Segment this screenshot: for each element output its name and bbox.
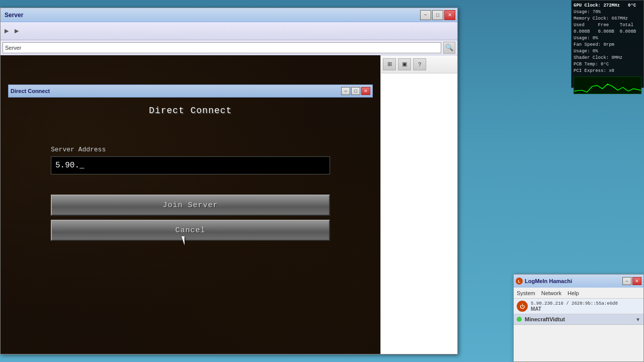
main-toolbar: ▶ ▶ [1, 22, 457, 40]
hamachi-titlebar-buttons: − ✕ [622, 277, 641, 285]
gpu-monitor: GPU Clock: 272MHz 0°C Usage: 70% Memory … [571, 0, 644, 88]
hamachi-user-row: ⏻ 5.90.230.216 / 2620:9b::55a:e6d8 MAT [514, 299, 643, 314]
shader-clock-line: Shader Clock: 0MHz [574, 55, 641, 61]
close-button[interactable]: ✕ [444, 10, 455, 20]
split-icon: ▣ [402, 61, 407, 67]
main-window-title: Server [3, 12, 23, 19]
hamachi-user-info: 5.90.230.216 / 2620:9b::55a:e6d8 MAT [531, 301, 640, 312]
server-address-label: Server Address [51, 146, 106, 153]
expand-icon: ▼ [635, 317, 640, 322]
hamachi-network-menu[interactable]: Network [540, 290, 562, 296]
hamachi-window: L LogMeIn Hamachi − ✕ System Network Hel… [513, 274, 644, 362]
inner-close-button[interactable]: ✕ [361, 87, 370, 95]
inner-minimize-button[interactable]: − [341, 87, 350, 95]
hamachi-logo-icon: L [516, 278, 523, 285]
dialog-buttons: Join Server Cancel [51, 195, 330, 241]
split-view-button[interactable]: ▣ [398, 58, 411, 70]
inner-maximize-button[interactable]: □ [351, 87, 360, 95]
hamachi-network-row[interactable]: MinecraftVidtut ▼ [514, 314, 643, 325]
memory-header-line: Used Free Total [574, 22, 641, 29]
hamachi-ip-address: 5.90.230.216 / 2620:9b::55a:e6d8 [531, 301, 640, 306]
toolbar-text: ▶ [3, 28, 11, 34]
memory-values-line: 0.008B 0.008B 0.008B [574, 29, 641, 35]
pci-line: PCI Express: x0 [574, 68, 641, 74]
right-panel-toolbar: ⊞ ▣ ? [381, 55, 457, 73]
maximize-button[interactable]: □ [432, 10, 443, 20]
server-address-container [51, 156, 330, 174]
memory-usage-line: Usage: 0% [574, 35, 641, 42]
right-panel: ⊞ ▣ ? [380, 55, 457, 354]
hamachi-power-button[interactable]: ⏻ [517, 301, 528, 312]
gpu-graph [574, 76, 641, 94]
main-window-titlebar: Server − □ ✕ [1, 8, 457, 22]
minecraft-area: Direct Connect − □ ✕ Direct Connect Serv… [1, 55, 380, 354]
grid-icon: ⊞ [387, 61, 392, 67]
fan-usage-line: Usage: 0% [574, 48, 641, 55]
toolbar-text2: ▶ [13, 28, 21, 34]
search-button[interactable]: 🔍 [443, 42, 455, 54]
hamachi-close-button[interactable]: ✕ [632, 277, 641, 285]
server-address-input[interactable] [51, 156, 330, 174]
pcb-temp-line: PCB Temp: 0°C [574, 61, 641, 68]
hamachi-menubar: System Network Help [514, 288, 643, 299]
inner-title: Direct Connect [11, 88, 50, 94]
hamachi-system-menu[interactable]: System [516, 290, 536, 296]
main-content: Direct Connect − □ ✕ Direct Connect Serv… [1, 55, 457, 354]
hamachi-title-text: LogMeIn Hamachi [525, 278, 572, 284]
memory-clock-line: Memory Clock: 667MHz [574, 16, 641, 22]
hamachi-network-name: MinecraftVidtut [525, 316, 632, 322]
nav-bar: 🔍 [1, 40, 457, 55]
main-window: Server − □ ✕ ▶ ▶ 🔍 Direct Co [0, 8, 458, 354]
grid-view-button[interactable]: ⊞ [383, 58, 396, 70]
cancel-button[interactable]: Cancel [51, 220, 330, 241]
desktop: Server − □ ✕ ▶ ▶ 🔍 Direct Co [0, 0, 644, 362]
hamachi-titlebar: L LogMeIn Hamachi − ✕ [514, 275, 643, 288]
help-icon: ? [418, 61, 421, 67]
online-status-indicator [517, 317, 522, 322]
hamachi-content: ⏻ 5.90.230.216 / 2620:9b::55a:e6d8 MAT M… [514, 299, 643, 361]
join-server-button[interactable]: Join Server [51, 195, 330, 216]
inner-titlebar: Direct Connect − □ ✕ [8, 84, 373, 98]
minimize-button[interactable]: − [420, 10, 431, 20]
titlebar-buttons: − □ ✕ [420, 10, 455, 20]
minecraft-dialog: Direct Connect Server Address Join Serve… [1, 55, 380, 354]
inner-titlebar-buttons: − □ ✕ [341, 87, 370, 95]
right-content-area [381, 73, 457, 354]
fan-speed-line: Fan Speed: 0rpm [574, 42, 641, 48]
dialog-title: Direct Connect [149, 106, 232, 116]
gpu-usage-line: Usage: 70% [574, 9, 641, 16]
nav-input[interactable] [3, 42, 441, 53]
hamachi-minimize-button[interactable]: − [622, 277, 631, 285]
gpu-clock-line: GPU Clock: 272MHz 0°C [574, 3, 641, 9]
hamachi-username: MAT [531, 306, 640, 312]
hamachi-title: L LogMeIn Hamachi [516, 278, 572, 285]
hamachi-help-menu[interactable]: Help [567, 290, 580, 296]
help-button[interactable]: ? [413, 58, 426, 70]
